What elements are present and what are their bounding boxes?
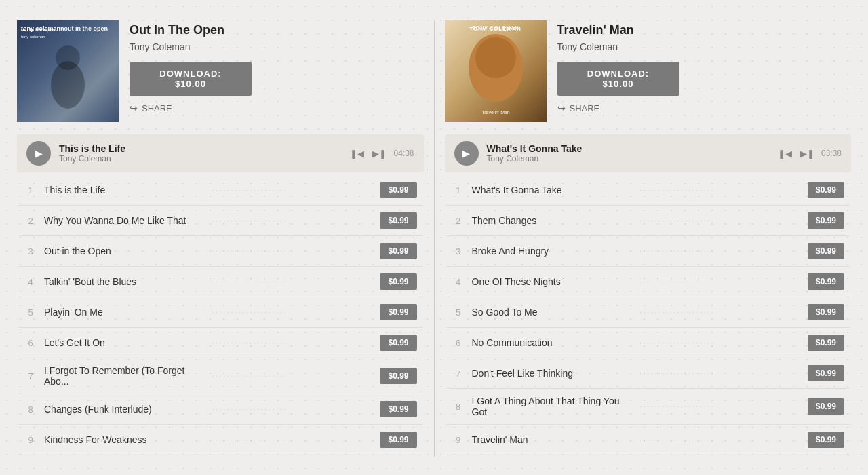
price-button[interactable]: $0.99 bbox=[380, 273, 416, 290]
right-album-artist: Tony Coleman bbox=[557, 41, 679, 52]
left-download-button[interactable]: DOWNLOAD: $10.00 bbox=[130, 62, 252, 96]
right-prev-button[interactable]: ❚◀ bbox=[776, 147, 793, 160]
price-button[interactable]: $0.99 bbox=[808, 432, 844, 448]
track-number: 7 bbox=[24, 371, 37, 381]
left-album-info: Out In The Open Tony Coleman DOWNLOAD: $… bbox=[130, 20, 252, 113]
track-row: 5So Good To Me· · · · · · · · · · · · · … bbox=[446, 297, 850, 328]
track-row: 4Talkin' 'Bout the Blues· · · · · · · · … bbox=[18, 267, 422, 297]
main-container: out in the open tony coleman Out In The … bbox=[0, 0, 868, 475]
track-row: 1This is the Life· · · · · · · · · · · ·… bbox=[18, 175, 422, 206]
track-dots: · · · · · · · · · · · · · · · · · · · · bbox=[639, 248, 801, 255]
track-number: 4 bbox=[24, 277, 37, 287]
price-button[interactable]: $0.99 bbox=[808, 304, 844, 320]
track-dots: · · · · · · · · · · · · · · · · · · · · bbox=[639, 339, 801, 347]
play-icon: ▶ bbox=[35, 148, 43, 159]
price-button[interactable]: $0.99 bbox=[380, 182, 416, 198]
right-album-title: Travelin' Man bbox=[557, 23, 679, 37]
track-number: 3 bbox=[24, 246, 37, 256]
right-panel: TONY COLEMAN Travelin' Man Travelin' Man… bbox=[435, 14, 862, 463]
left-album-art: out in the open tony coleman bbox=[17, 20, 119, 122]
right-now-playing-artist: Tony Coleman bbox=[487, 154, 768, 164]
left-share-link[interactable]: ↪ SHARE bbox=[130, 102, 252, 113]
price-button[interactable]: $0.99 bbox=[380, 432, 416, 448]
left-prev-button[interactable]: ❚◀ bbox=[349, 147, 366, 160]
price-button[interactable]: $0.99 bbox=[808, 273, 844, 290]
track-title: I Got A Thing About That Thing You Got bbox=[472, 396, 633, 417]
track-number: 6 bbox=[24, 338, 37, 348]
right-now-playing-title: What's It Gonna Take bbox=[487, 143, 768, 154]
price-button[interactable]: $0.99 bbox=[380, 243, 416, 259]
track-title: Playin' On Me bbox=[44, 307, 205, 318]
left-track-list: 1This is the Life· · · · · · · · · · · ·… bbox=[17, 174, 424, 457]
price-button[interactable]: $0.99 bbox=[808, 398, 844, 415]
track-row: 3Broke And Hungry· · · · · · · · · · · ·… bbox=[446, 236, 850, 267]
right-time-display: 03:38 bbox=[821, 149, 842, 158]
track-dots: · · · · · · · · · · · · · · · · · · · · bbox=[639, 436, 801, 444]
price-button[interactable]: $0.99 bbox=[380, 368, 416, 384]
share-icon: ↪ bbox=[130, 102, 138, 113]
price-button[interactable]: $0.99 bbox=[808, 365, 844, 381]
price-button[interactable]: $0.99 bbox=[808, 182, 844, 198]
left-play-button[interactable]: ▶ bbox=[26, 141, 51, 166]
price-button[interactable]: $0.99 bbox=[380, 304, 416, 320]
svg-point-2 bbox=[56, 45, 80, 70]
track-dots: · · · · · · · · · · · · · · · · · · · · bbox=[639, 217, 801, 225]
track-row: 5Playin' On Me· · · · · · · · · · · · · … bbox=[18, 297, 422, 328]
left-now-playing-artist: Tony Coleman bbox=[59, 154, 340, 164]
right-play-button[interactable]: ▶ bbox=[454, 141, 479, 166]
track-dots: · · · · · · · · · · · · · · · · · · · · bbox=[212, 373, 374, 380]
track-dots: · · · · · · · · · · · · · · · · · · · · bbox=[639, 370, 801, 377]
track-dots: · · · · · · · · · · · · · · · · · · · · bbox=[212, 309, 374, 316]
track-number: 5 bbox=[452, 307, 465, 318]
right-track-list: 1What's It Gonna Take· · · · · · · · · ·… bbox=[445, 174, 852, 457]
track-number: 3 bbox=[452, 246, 465, 256]
track-number: 9 bbox=[452, 435, 465, 445]
track-title: What's It Gonna Take bbox=[472, 185, 633, 195]
track-dots: · · · · · · · · · · · · · · · · · · · · bbox=[212, 217, 374, 225]
track-number: 8 bbox=[452, 402, 465, 412]
price-button[interactable]: $0.99 bbox=[380, 212, 416, 229]
track-title: Broke And Hungry bbox=[472, 246, 633, 256]
track-title: Talkin' 'Bout the Blues bbox=[44, 276, 205, 287]
track-dots: · · · · · · · · · · · · · · · · · · · · bbox=[212, 248, 374, 255]
track-number: 2 bbox=[24, 216, 37, 226]
price-button[interactable]: $0.99 bbox=[808, 335, 844, 351]
left-controls: ❚◀ ▶❚ 04:38 bbox=[349, 147, 414, 160]
track-row: 2Them Changes· · · · · · · · · · · · · ·… bbox=[446, 206, 850, 236]
track-title: Why You Wanna Do Me Like That bbox=[44, 215, 205, 226]
left-next-button[interactable]: ▶❚ bbox=[371, 147, 388, 160]
track-dots: · · · · · · · · · · · · · · · · · · · · bbox=[639, 278, 801, 286]
track-title: Them Changes bbox=[472, 215, 633, 226]
left-album-header: out in the open tony coleman Out In The … bbox=[17, 20, 424, 122]
track-dots: · · · · · · · · · · · · · · · · · · · · bbox=[212, 436, 374, 444]
right-album-info: Travelin' Man Tony Coleman DOWNLOAD: $10… bbox=[557, 20, 679, 113]
track-dots: · · · · · · · · · · · · · · · · · · · · bbox=[639, 187, 801, 194]
track-title: One Of These Nights bbox=[472, 276, 633, 287]
price-button[interactable]: $0.99 bbox=[380, 335, 416, 351]
track-number: 4 bbox=[452, 277, 465, 287]
price-button[interactable]: $0.99 bbox=[808, 212, 844, 229]
track-row: 4One Of These Nights· · · · · · · · · · … bbox=[446, 267, 850, 297]
price-button[interactable]: $0.99 bbox=[808, 243, 844, 259]
track-title: Kindness For Weakness bbox=[44, 434, 205, 445]
track-row: 7I Forgot To Remember (To Forget Abo...·… bbox=[18, 358, 422, 394]
right-share-link[interactable]: ↪ SHARE bbox=[557, 102, 679, 113]
right-share-label: SHARE bbox=[570, 103, 600, 113]
left-share-label: SHARE bbox=[142, 103, 172, 113]
track-dots: · · · · · · · · · · · · · · · · · · · · bbox=[212, 187, 374, 194]
track-number: 5 bbox=[24, 307, 37, 318]
track-row: 1What's It Gonna Take· · · · · · · · · ·… bbox=[446, 175, 850, 206]
track-title: Changes (Funk Interlude) bbox=[44, 404, 205, 415]
track-dots: · · · · · · · · · · · · · · · · · · · · bbox=[639, 309, 801, 316]
right-download-button[interactable]: DOWNLOAD: $10.00 bbox=[557, 62, 679, 96]
left-panel: out in the open tony coleman Out In The … bbox=[7, 14, 434, 463]
track-dots: · · · · · · · · · · · · · · · · · · · · bbox=[212, 339, 374, 347]
svg-text:tony coleman: tony coleman bbox=[21, 35, 45, 39]
price-button[interactable]: $0.99 bbox=[380, 401, 416, 417]
right-next-button[interactable]: ▶❚ bbox=[799, 147, 816, 160]
track-row: 9Travelin' Man· · · · · · · · · · · · · … bbox=[446, 425, 850, 455]
track-number: 6 bbox=[452, 338, 465, 348]
track-dots: · · · · · · · · · · · · · · · · · · · · bbox=[212, 278, 374, 286]
track-row: 3Out in the Open· · · · · · · · · · · · … bbox=[18, 236, 422, 267]
track-row: 8I Got A Thing About That Thing You Got·… bbox=[446, 389, 850, 425]
